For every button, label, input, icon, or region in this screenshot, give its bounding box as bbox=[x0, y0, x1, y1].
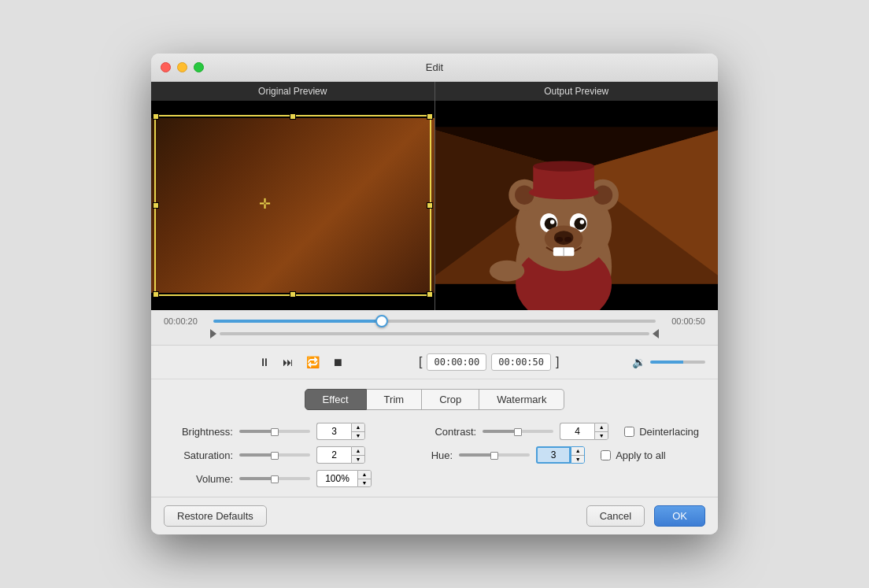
volume-icon: 🔉 bbox=[632, 356, 645, 368]
svg-point-54 bbox=[564, 237, 571, 242]
timeline-section: 00:00:20 00:00:50 bbox=[151, 310, 718, 346]
minimize-button[interactable] bbox=[177, 62, 187, 72]
saturation-slider[interactable] bbox=[239, 453, 310, 457]
apply-to-all-label: Apply to all bbox=[616, 449, 666, 461]
deinterlacing-row: Deinterlacing bbox=[624, 426, 699, 438]
cancel-button[interactable]: Cancel bbox=[586, 505, 645, 527]
contrast-up[interactable]: ▲ bbox=[595, 423, 608, 432]
tab-watermark[interactable]: Watermark bbox=[479, 389, 564, 410]
window-controls bbox=[161, 62, 204, 72]
svg-point-39 bbox=[515, 186, 534, 205]
contrast-input[interactable] bbox=[560, 423, 594, 440]
deinterlacing-checkbox[interactable] bbox=[624, 427, 634, 437]
volume-section: 🔉 bbox=[632, 356, 705, 368]
output-preview-pane: Output Preview bbox=[435, 82, 719, 310]
volume-up[interactable]: ▲ bbox=[358, 471, 371, 479]
stop-button[interactable]: ⏹ bbox=[329, 354, 346, 370]
volume-stepper[interactable]: ▲ ▼ bbox=[357, 470, 372, 487]
original-preview-label: Original Preview bbox=[151, 82, 434, 101]
hue-row: Hue: ▲ ▼ Apply to all bbox=[413, 446, 699, 464]
brightness-label: Brightness: bbox=[170, 426, 233, 438]
hue-input[interactable] bbox=[536, 446, 571, 464]
hue-stepper[interactable]: ▲ ▼ bbox=[571, 446, 585, 464]
contrast-row: Contrast: ▲ ▼ Deinterlacing bbox=[413, 423, 699, 440]
svg-point-48 bbox=[574, 218, 586, 231]
volume-slider[interactable] bbox=[650, 361, 705, 364]
window-title: Edit bbox=[426, 61, 443, 73]
volume-input[interactable] bbox=[316, 470, 357, 487]
timeline-thumb[interactable] bbox=[375, 315, 388, 327]
timeline-slider[interactable] bbox=[213, 320, 656, 323]
brightness-down[interactable]: ▼ bbox=[352, 432, 364, 440]
settings-section: Brightness: ▲ ▼ Contrast: ▲ bbox=[151, 416, 718, 497]
volume-effect-slider[interactable] bbox=[239, 477, 310, 480]
saturation-down[interactable]: ▼ bbox=[352, 456, 364, 464]
saturation-row: Saturation: ▲ ▼ bbox=[170, 446, 401, 464]
saturation-label: Saturation: bbox=[170, 449, 233, 461]
svg-rect-30 bbox=[435, 101, 719, 127]
hue-label: Hue: bbox=[413, 449, 453, 461]
hue-input-group: ▲ ▼ bbox=[536, 446, 585, 464]
contrast-input-group: ▲ ▼ bbox=[560, 423, 608, 440]
output-bear-illustration bbox=[435, 101, 719, 310]
tabs-section: Effect Trim Crop Watermark bbox=[151, 379, 718, 416]
brightness-slider[interactable] bbox=[239, 430, 310, 433]
saturation-input-group: ▲ ▼ bbox=[316, 446, 365, 464]
pause-button[interactable]: ⏸ bbox=[256, 354, 273, 370]
svg-point-41 bbox=[593, 186, 612, 205]
brightness-input[interactable] bbox=[316, 423, 351, 440]
hue-slider[interactable] bbox=[459, 453, 530, 457]
scene-background bbox=[151, 101, 434, 310]
hue-up[interactable]: ▲ bbox=[571, 447, 584, 456]
volume-down[interactable]: ▼ bbox=[358, 479, 371, 487]
controls-section: ⏸ ⏭ 🔁 ⏹ [ 00:00:00 00:00:50 ] 🔉 bbox=[151, 346, 718, 379]
settings-grid: Brightness: ▲ ▼ Contrast: ▲ bbox=[170, 423, 699, 487]
svg-point-50 bbox=[579, 220, 584, 224]
contrast-stepper[interactable]: ▲ ▼ bbox=[594, 423, 608, 440]
output-preview-video bbox=[435, 101, 719, 310]
preview-section: Original Preview bbox=[151, 82, 718, 310]
step-forward-button[interactable]: ⏭ bbox=[279, 354, 297, 370]
saturation-input[interactable] bbox=[316, 446, 351, 464]
svg-point-57 bbox=[489, 261, 523, 282]
brightness-input-group: ▲ ▼ bbox=[316, 423, 365, 440]
apply-to-all-row: Apply to all bbox=[601, 449, 666, 461]
output-preview-label: Output Preview bbox=[435, 82, 719, 101]
range-bar[interactable] bbox=[220, 332, 649, 335]
svg-point-53 bbox=[556, 237, 563, 242]
ok-button[interactable]: OK bbox=[654, 505, 705, 527]
timeline-range-row bbox=[164, 329, 705, 338]
tab-effect[interactable]: Effect bbox=[305, 389, 367, 410]
timeline-start-label: 00:00:20 bbox=[164, 316, 207, 326]
range-left-marker[interactable] bbox=[210, 329, 216, 338]
contrast-label: Contrast: bbox=[413, 426, 476, 438]
loop-button[interactable]: 🔁 bbox=[303, 354, 323, 370]
svg-point-49 bbox=[549, 220, 554, 224]
tab-crop[interactable]: Crop bbox=[422, 389, 479, 410]
tab-trim[interactable]: Trim bbox=[367, 389, 423, 410]
time-end-display[interactable]: 00:00:50 bbox=[491, 353, 551, 371]
brightness-row: Brightness: ▲ ▼ bbox=[170, 423, 401, 440]
volume-input-group: ▲ ▼ bbox=[316, 470, 372, 487]
contrast-down[interactable]: ▼ bbox=[595, 432, 608, 440]
time-start-display[interactable]: 00:00:00 bbox=[427, 353, 486, 371]
saturation-stepper[interactable]: ▲ ▼ bbox=[351, 446, 365, 464]
original-preview-video: ✛ bbox=[151, 101, 434, 310]
letterbox-top bbox=[151, 101, 434, 118]
brightness-up[interactable]: ▲ bbox=[352, 423, 364, 432]
hue-down[interactable]: ▼ bbox=[571, 456, 584, 464]
deinterlacing-label: Deinterlacing bbox=[639, 426, 699, 438]
contrast-slider[interactable] bbox=[483, 430, 553, 433]
saturation-up[interactable]: ▲ bbox=[352, 447, 364, 456]
restore-defaults-button[interactable]: Restore Defaults bbox=[164, 505, 267, 527]
crosshair-icon: ✛ bbox=[259, 195, 271, 213]
volume-row: Volume: ▲ ▼ bbox=[170, 470, 401, 487]
maximize-button[interactable] bbox=[194, 62, 204, 72]
title-bar: Edit bbox=[151, 54, 718, 82]
edit-window: Edit Original Preview bbox=[151, 54, 718, 534]
close-button[interactable] bbox=[161, 62, 171, 72]
apply-to-all-checkbox[interactable] bbox=[601, 450, 611, 460]
range-right-marker[interactable] bbox=[653, 329, 659, 338]
brightness-stepper[interactable]: ▲ ▼ bbox=[351, 423, 365, 440]
playback-controls: ⏸ ⏭ 🔁 ⏹ bbox=[256, 354, 346, 370]
